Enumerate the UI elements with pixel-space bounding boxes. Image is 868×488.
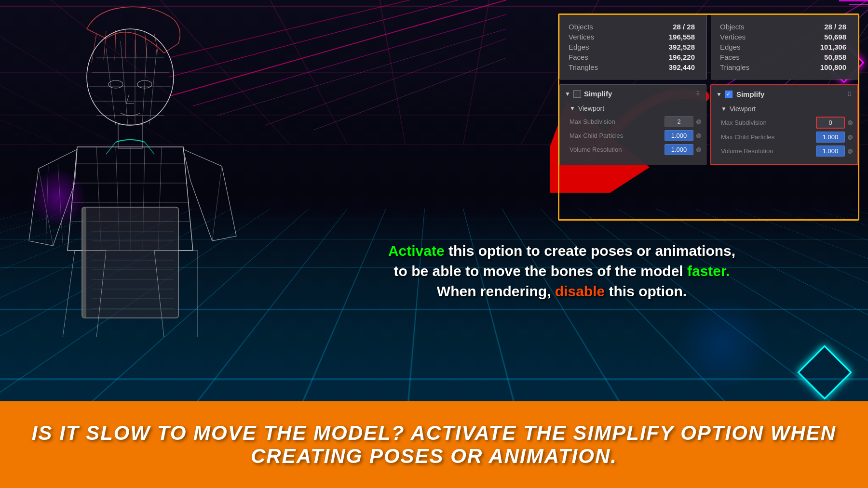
text-line2: to be able to move the bones of the mode… (270, 261, 854, 281)
stats-row: Objects 28 / 28 Vertices 196,558 Edges 3… (559, 14, 858, 79)
stat-label: Vertices (720, 32, 788, 42)
stat-label: Triangles (720, 62, 788, 72)
stat-label: Faces (720, 52, 788, 62)
stats-table-right: Objects 28 / 28 Vertices 50,698 Edges 10… (720, 22, 849, 72)
text-line1: Activate this option to create poses or … (270, 241, 854, 261)
prop-value-maxchild-left[interactable]: 1.000 (665, 130, 693, 141)
text-overlay: Activate this option to create poses or … (256, 231, 868, 311)
prop-label-maxsub-left: Max Subdivision (570, 118, 662, 125)
prop-dot-maxchild-left[interactable] (696, 133, 701, 138)
prop-value-volres-right[interactable]: 1.000 (816, 145, 845, 157)
simplify-checkbox-checked[interactable]: ✓ (725, 91, 732, 98)
prop-label-maxchild-right: Max Child Particles (721, 133, 813, 141)
stat-label: Vertices (569, 32, 637, 42)
stat-value: 196,220 (637, 52, 698, 62)
simplify-panel-left: ▼ Simplify ⠿ ▼ Viewport Max Subdivision … (559, 84, 706, 165)
stat-row: Vertices 50,698 (720, 32, 849, 42)
stat-row: Edges 101,306 (720, 42, 849, 52)
prop-label-maxchild-left: Max Child Particles (570, 132, 662, 139)
stat-value: 28 / 28 (788, 22, 849, 32)
prop-row-maxsub-right: Max Subdivision 0 (716, 117, 853, 129)
prop-label-volres-left: Volume Resolution (570, 146, 662, 153)
stat-label: Objects (569, 22, 637, 32)
stats-panel-left: Objects 28 / 28 Vertices 196,558 Edges 3… (559, 14, 707, 79)
simplify-panel-right: ▼ ✓ Simplify ⠿ ▼ Viewport Max Subdivisio… (710, 84, 858, 165)
simplify-checkbox-empty[interactable] (573, 90, 581, 98)
svg-line-44 (58, 164, 63, 243)
prop-dot-volres-left[interactable] (696, 147, 701, 152)
text-line1-rest: this option to create poses or animation… (448, 243, 735, 259)
prop-dot-maxsub-right[interactable] (848, 120, 853, 125)
stat-label: Edges (569, 42, 637, 52)
simplify-header-left: ▼ Simplify ⠿ (565, 90, 701, 101)
prop-value-maxsub-right[interactable]: 0 (816, 117, 845, 129)
stat-row: Objects 28 / 28 (720, 22, 849, 32)
text-line3-before: When rendering, (437, 283, 555, 299)
viewport-collapse-icon-right[interactable]: ▼ (721, 106, 727, 112)
stats-panel-right: Objects 28 / 28 Vertices 50,698 Edges 10… (711, 14, 858, 79)
text-line3: When rendering, disable this option. (270, 281, 854, 302)
stat-row: Vertices 196,558 (569, 32, 698, 42)
simplify-title-left: Simplify (584, 90, 693, 98)
stat-row: Edges 392,528 (569, 42, 698, 52)
viewport-label-left: Viewport (578, 105, 604, 112)
svg-rect-32 (118, 124, 142, 148)
stat-row: Triangles 392,440 (569, 62, 698, 72)
stat-value: 196,558 (637, 32, 698, 42)
viewport-label-right: Viewport (730, 105, 756, 113)
prop-dot-maxchild-right[interactable] (848, 135, 853, 140)
ui-panel-area: Objects 28 / 28 Vertices 196,558 Edges 3… (559, 14, 858, 165)
prop-value-maxchild-right[interactable]: 1.000 (816, 132, 845, 143)
stat-value: 50,698 (788, 32, 849, 42)
text-line3-after: this option. (609, 283, 687, 299)
svg-line-45 (212, 166, 222, 241)
stat-row: Faces 50,858 (720, 52, 849, 62)
prop-dot-volres-right[interactable] (848, 149, 853, 154)
collapse-icon-left[interactable]: ▼ (565, 91, 570, 97)
stat-label: Objects (720, 22, 788, 32)
prop-row-volres-left: Volume Resolution 1.000 (565, 144, 701, 155)
prop-row-maxsub-left: Max Subdivision 2 (565, 116, 701, 127)
prop-value-volres-left[interactable]: 1.000 (665, 144, 693, 155)
stat-value: 50,858 (788, 52, 849, 62)
stat-label: Edges (720, 42, 788, 52)
svg-line-17 (145, 31, 147, 57)
svg-line-18 (154, 34, 158, 54)
svg-line-14 (115, 30, 116, 60)
stat-label: Faces (569, 52, 637, 62)
simplify-panels-row: ▼ Simplify ⠿ ▼ Viewport Max Subdivision … (559, 84, 858, 165)
svg-line-28 (142, 42, 147, 125)
stat-label: Triangles (569, 62, 637, 72)
bottom-banner: Is it slow to move the model? Activate t… (0, 401, 868, 488)
viewport-collapse-icon-left[interactable]: ▼ (570, 105, 575, 112)
svg-point-19 (87, 29, 174, 125)
activate-word: Activate (388, 243, 445, 259)
prop-label-maxsub-right: Max Subdivision (721, 119, 813, 126)
collapse-icon-right[interactable]: ▼ (716, 91, 722, 98)
stat-value: 101,306 (788, 42, 849, 52)
stat-row: Triangles 100,800 (720, 62, 849, 72)
prop-value-maxsub-left[interactable]: 2 (665, 116, 693, 127)
prop-row-maxchild-right: Max Child Particles 1.000 (716, 132, 853, 143)
prop-row-volres-right: Volume Resolution 1.000 (716, 145, 853, 157)
character-wireframe (0, 0, 280, 337)
stats-table-left: Objects 28 / 28 Vertices 196,558 Edges 3… (569, 22, 698, 72)
faster-word: faster. (687, 263, 730, 279)
stat-row: Faces 196,220 (569, 52, 698, 62)
dots-icon-right: ⠿ (847, 91, 853, 98)
disable-word: disable (555, 283, 605, 299)
simplify-title-right: Simplify (736, 90, 844, 98)
svg-line-26 (121, 41, 128, 125)
stat-row: Objects 28 / 28 (569, 22, 698, 32)
stat-value: 100,800 (788, 62, 849, 72)
prop-row-maxchild-left: Max Child Particles 1.000 (565, 130, 701, 141)
prop-dot-maxsub-left[interactable] (696, 119, 701, 124)
svg-line-13 (104, 31, 106, 60)
svg-rect-46 (82, 207, 178, 318)
stat-value: 392,440 (637, 62, 698, 72)
prop-label-volres-right: Volume Resolution (721, 147, 813, 155)
svg-line-42 (39, 169, 53, 246)
banner-text: Is it slow to move the model? Activate t… (19, 422, 849, 468)
stat-value: 28 / 28 (637, 22, 698, 32)
text-line2-before: to be able to move the bones of the mode… (394, 263, 687, 279)
